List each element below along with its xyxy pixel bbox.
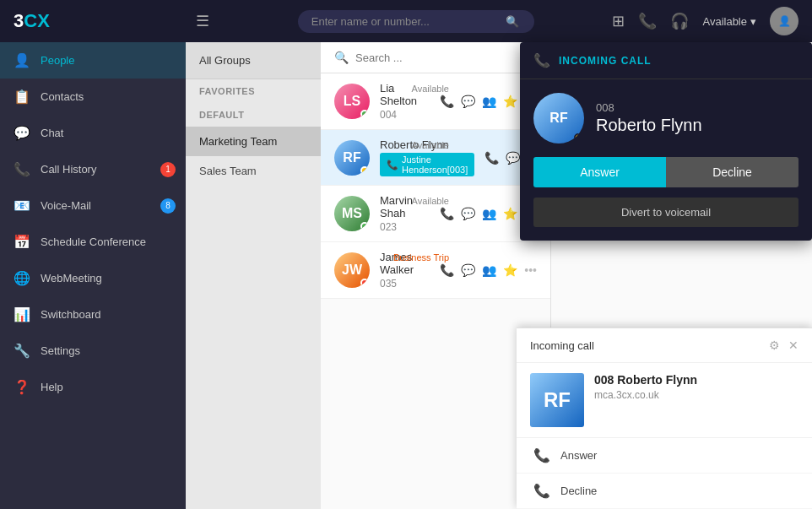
group-action-icon[interactable]: 👥 (482, 207, 496, 220)
avatar: JW (334, 252, 370, 288)
decline-icon: 📞 (533, 483, 550, 499)
sidebar-label-webmeeting: WebMeeting (41, 272, 102, 284)
star-icon[interactable]: ⭐ (503, 95, 517, 108)
contacts-search-bar: 🔍 (321, 42, 550, 73)
decline-button[interactable]: Decline (666, 157, 798, 187)
voicemail-badge: 8 (160, 198, 176, 214)
sidebar-label-contacts: Contacts (41, 90, 84, 103)
groups-item-marketing[interactable]: Marketing Team (186, 127, 321, 156)
star-icon[interactable]: ⭐ (503, 207, 517, 220)
group-action-icon[interactable]: 👥 (482, 95, 496, 108)
grid-icon[interactable]: ⊞ (612, 12, 625, 30)
group-action-icon[interactable]: 👥 (482, 263, 496, 277)
sidebar-label-callhistory: Call History (41, 163, 96, 176)
chat-action-icon[interactable]: 💬 (461, 263, 475, 277)
contact-status: Available (412, 140, 449, 150)
help-icon: ❓ (14, 379, 30, 395)
topbar-center: 🔍 (219, 10, 612, 33)
notification-popup: Incoming call ⚙ ✕ RF 008 Roberto Flynn m… (517, 328, 812, 509)
menu-icon[interactable]: ☰ (186, 12, 219, 30)
user-avatar[interactable]: 👤 (770, 7, 798, 35)
call-action-icon[interactable]: 📞 (440, 207, 454, 220)
avatar: LS (334, 84, 370, 119)
close-icon[interactable]: ✕ (788, 338, 798, 352)
sidebar: 👤 People 📋 Contacts 💬 Chat 📞 Call Histor… (0, 42, 186, 509)
caller-status-dot (574, 133, 582, 142)
groups-item-sales[interactable]: Sales Team (186, 156, 321, 186)
contact-row[interactable]: RF Roberto Flynn 📞 Justine Henderson[003… (321, 130, 550, 186)
caller-info: 008 Roberto Flynn (596, 101, 798, 135)
contact-status: Available (412, 196, 449, 206)
sidebar-item-help[interactable]: ❓ Help (0, 369, 186, 405)
call-action-icon[interactable]: 📞 (484, 151, 499, 165)
sidebar-item-switchboard[interactable]: 📊 Switchboard (0, 296, 186, 333)
notification-header: Incoming call ⚙ ✕ (517, 328, 812, 363)
divert-voicemail-button[interactable]: Divert to voicemail (533, 198, 798, 227)
more-icon[interactable]: ••• (524, 263, 537, 277)
call-action-icon[interactable]: 📞 (440, 263, 454, 277)
default-label: DEFAULT (186, 103, 321, 127)
notification-sub: mca.3cx.co.uk (594, 389, 798, 401)
headset-icon[interactable]: 🎧 (670, 12, 689, 30)
incoming-phone-icon: 📞 (533, 52, 550, 68)
webmeeting-icon: 🌐 (14, 270, 30, 286)
sidebar-item-contacts[interactable]: 📋 Contacts (0, 79, 186, 115)
global-search-input[interactable] (311, 15, 506, 28)
notif-decline-label: Decline (560, 485, 597, 497)
notification-actions: 📞 Answer 📞 Decline (517, 437, 812, 509)
notif-answer-action[interactable]: 📞 Answer (517, 438, 812, 474)
answer-icon: 📞 (533, 447, 550, 463)
chat-action-icon[interactable]: 💬 (461, 207, 475, 220)
phone-icon[interactable]: 📞 (638, 12, 657, 30)
contacts-search-icon: 🔍 (334, 51, 349, 64)
incoming-call-overlay: 📞 INCOMING CALL RF 008 Roberto Flynn Ans… (520, 42, 812, 241)
status-dot (360, 166, 369, 175)
sidebar-label-people: People (41, 54, 74, 67)
sidebar-item-webmeeting[interactable]: 🌐 WebMeeting (0, 260, 186, 296)
active-call-label: 📞 Justine Henderson[003] (380, 153, 474, 176)
caller-ext: 008 (596, 101, 798, 114)
contact-row[interactable]: MS Marvin Shah 023 Available 📞 💬 👥 ⭐ ••• (321, 186, 550, 242)
contact-row[interactable]: JW James Walker 035 Business Trip 📞 💬 👥 … (321, 242, 550, 299)
switchboard-icon: 📊 (14, 306, 30, 322)
logo-text: 3CX (14, 10, 50, 32)
sidebar-item-people[interactable]: 👤 People (0, 42, 186, 79)
chat-icon: 💬 (14, 125, 30, 141)
status-button[interactable]: Available ▾ (702, 15, 756, 28)
logo: 3CX (0, 10, 186, 32)
chevron-down-icon: ▾ (750, 15, 756, 28)
sidebar-label-help: Help (41, 381, 63, 393)
chat-action-icon[interactable]: 💬 (461, 95, 475, 108)
topbar-right: ⊞ 📞 🎧 Available ▾ 👤 (612, 7, 812, 35)
sidebar-label-schedule: Schedule Conference (41, 236, 146, 248)
schedule-icon: 📅 (14, 234, 30, 250)
sidebar-item-settings[interactable]: 🔧 Settings (0, 333, 186, 369)
global-search-bar: 🔍 (298, 10, 534, 33)
incoming-call-header: 📞 INCOMING CALL (520, 42, 812, 79)
contact-row[interactable]: LS Lia Shelton 004 Available 📞 💬 👥 ⭐ ••• (321, 73, 550, 130)
contact-actions: 📞 💬 👥 ⭐ ••• (440, 263, 537, 277)
answer-button[interactable]: Answer (533, 157, 666, 187)
avatar: RF (334, 140, 370, 176)
call-action-icon[interactable]: 📞 (440, 95, 454, 108)
sidebar-item-voicemail[interactable]: 📧 Voice-Mail 8 (0, 187, 186, 224)
caller-name: Roberto Flynn (596, 116, 798, 135)
voicemail-icon: 📧 (14, 198, 30, 214)
topbar: 3CX ☰ 🔍 ⊞ 📞 🎧 Available ▾ 👤 (0, 0, 812, 42)
settings-icon[interactable]: ⚙ (769, 338, 780, 352)
settings-icon: 🔧 (14, 343, 30, 359)
sidebar-item-chat[interactable]: 💬 Chat (0, 115, 186, 151)
notif-decline-action[interactable]: 📞 Decline (517, 474, 812, 509)
notification-title: Incoming call (530, 339, 594, 352)
incoming-caller-info: RF 008 Roberto Flynn (520, 79, 812, 157)
groups-header[interactable]: All Groups (186, 42, 321, 79)
groups-panel: All Groups FAVORITES DEFAULT Marketing T… (186, 42, 321, 509)
notif-answer-label: Answer (560, 449, 597, 462)
contacts-search-input[interactable] (355, 51, 537, 64)
chat-action-icon[interactable]: 💬 (506, 151, 520, 165)
favorites-label: FAVORITES (186, 79, 321, 103)
caller-avatar: RF (533, 93, 584, 143)
sidebar-item-callhistory[interactable]: 📞 Call History 1 (0, 151, 186, 187)
sidebar-item-schedule[interactable]: 📅 Schedule Conference (0, 224, 186, 260)
star-icon[interactable]: ⭐ (503, 263, 517, 277)
